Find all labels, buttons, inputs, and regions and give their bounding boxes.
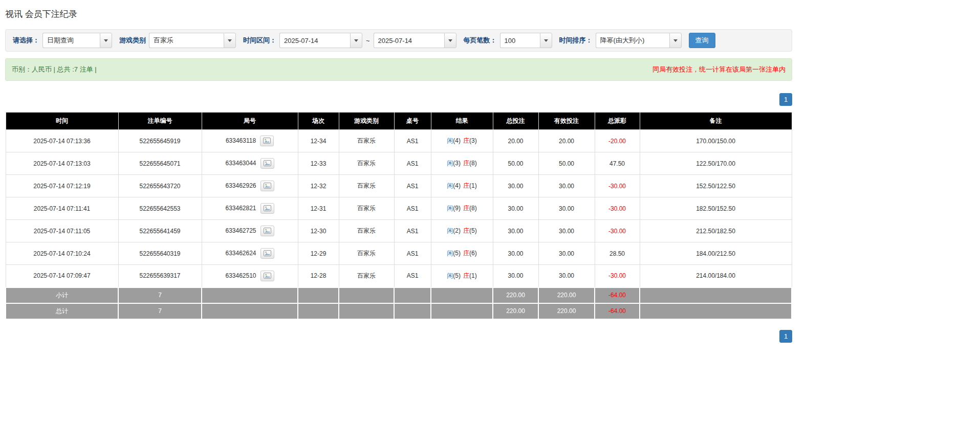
- picture-icon: [264, 160, 271, 166]
- date-type-select[interactable]: [42, 33, 112, 48]
- sort-select[interactable]: [596, 33, 682, 48]
- date-to-value[interactable]: [374, 33, 444, 48]
- round-detail-button[interactable]: [260, 203, 274, 214]
- cell-bet-no: 522655639317: [118, 265, 202, 287]
- result-banker-value: (1): [469, 272, 477, 279]
- round-detail-button[interactable]: [260, 136, 274, 146]
- picture-icon: [264, 183, 271, 189]
- caret-icon: [544, 39, 548, 42]
- cell-remark: 212.50/182.50: [640, 220, 792, 242]
- filter-bar: 请选择： 游戏类别 时间区间： ~ 每页笔数： 时间排序：: [5, 29, 792, 52]
- page-1-button[interactable]: 1: [779, 330, 792, 343]
- date-to-picker[interactable]: [374, 33, 456, 48]
- subtotal-count: 7: [118, 287, 202, 303]
- cell-time: 2025-07-14 07:13:36: [6, 130, 118, 152]
- page-size-label: 每页笔数：: [464, 36, 497, 45]
- game-type-select[interactable]: [149, 33, 236, 48]
- cell-total-bet[interactable]: 30.00: [493, 242, 538, 265]
- round-no-text: 633462926: [225, 182, 256, 189]
- chevron-down-icon[interactable]: [100, 33, 112, 48]
- page-1-button[interactable]: 1: [779, 93, 792, 106]
- bet-records-table: 时间 注单编号 局号 场次 游戏类别 桌号 结果 总投注 有效投注 总派彩 备注…: [5, 112, 792, 320]
- header-result: 结果: [431, 113, 493, 130]
- result-player-label: 闲: [447, 205, 453, 212]
- cell-bet-no: 522655645919: [118, 130, 202, 152]
- cell-total-bet[interactable]: 30.00: [493, 175, 538, 197]
- header-remark: 备注: [640, 113, 792, 130]
- header-bet-no: 注单编号: [118, 113, 202, 130]
- chevron-down-icon[interactable]: [540, 33, 552, 48]
- round-detail-button[interactable]: [260, 271, 274, 281]
- cell-bet-no: 522655640319: [118, 242, 202, 265]
- cell-session: 12-34: [298, 130, 339, 152]
- cell-result: 闲(4)庄(3): [431, 130, 493, 152]
- empty-cell: [431, 287, 493, 303]
- cell-game-type: 百家乐: [339, 197, 394, 220]
- cell-valid-bet: 30.00: [538, 197, 595, 220]
- empty-cell: [640, 303, 792, 319]
- chevron-down-icon[interactable]: [444, 33, 456, 48]
- result-banker-label: 庄: [463, 182, 469, 189]
- range-separator: ~: [366, 37, 370, 44]
- cell-valid-bet: 50.00: [538, 152, 595, 175]
- result-player-label: 闲: [447, 227, 453, 234]
- summary-text: 币别：人民币 | 总共 :7 注单 |: [12, 65, 97, 74]
- chevron-down-icon[interactable]: [350, 33, 362, 48]
- table-row: 2025-07-14 07:13:36 522655645919 6334631…: [6, 130, 792, 152]
- sort-value[interactable]: [596, 33, 669, 48]
- round-no-text: 633462624: [225, 250, 256, 257]
- chevron-down-icon[interactable]: [224, 33, 236, 48]
- cell-time: 2025-07-14 07:11:05: [6, 220, 118, 242]
- cell-table-no: AS1: [394, 220, 431, 242]
- header-total-bet: 总投注: [493, 113, 538, 130]
- cell-payout: -30.00: [595, 197, 640, 220]
- cell-total-bet[interactable]: 50.00: [493, 152, 538, 175]
- empty-cell: [298, 287, 339, 303]
- total-valid-bet: 220.00: [538, 303, 595, 319]
- cell-total-bet[interactable]: 30.00: [493, 197, 538, 220]
- result-player-label: 闲: [447, 182, 453, 189]
- result-player-value: (5): [453, 272, 461, 279]
- round-detail-button[interactable]: [260, 248, 274, 259]
- date-type-value[interactable]: [42, 33, 100, 48]
- search-button[interactable]: 查询: [689, 33, 715, 48]
- round-no-text: 633462725: [225, 227, 256, 234]
- round-detail-button[interactable]: [260, 181, 274, 191]
- cell-total-bet[interactable]: 30.00: [493, 265, 538, 287]
- empty-cell: [640, 287, 792, 303]
- empty-cell: [202, 287, 298, 303]
- cell-payout: -30.00: [595, 220, 640, 242]
- pagination-bottom: 1: [5, 330, 792, 343]
- chevron-down-icon[interactable]: [669, 33, 682, 48]
- date-from-picker[interactable]: [279, 33, 362, 48]
- cell-total-bet[interactable]: 30.00: [493, 220, 538, 242]
- picture-icon: [264, 273, 271, 279]
- table-row: 2025-07-14 07:11:05 522655641459 6334627…: [6, 220, 792, 242]
- result-player-value: (2): [453, 227, 461, 234]
- subtotal-valid-bet: 220.00: [538, 287, 595, 303]
- result-banker-value: (3): [469, 137, 477, 144]
- cell-valid-bet: 30.00: [538, 220, 595, 242]
- picture-icon: [263, 138, 271, 144]
- total-label: 总计: [6, 303, 118, 319]
- round-detail-button[interactable]: [260, 158, 274, 169]
- cell-table-no: AS1: [394, 242, 431, 265]
- date-from-value[interactable]: [279, 33, 350, 48]
- result-banker-value: (6): [469, 250, 477, 257]
- cell-bet-no: 522655642553: [118, 197, 202, 220]
- cell-total-bet[interactable]: 20.00: [493, 130, 538, 152]
- result-player-label: 闲: [447, 250, 453, 257]
- cell-table-no: AS1: [394, 152, 431, 175]
- game-type-value[interactable]: [149, 33, 224, 48]
- table-row: 2025-07-14 07:09:47 522655639317 6334625…: [6, 265, 792, 287]
- cell-result: 闲(9)庄(8): [431, 197, 493, 220]
- page-size-value[interactable]: [500, 33, 540, 48]
- cell-result: 闲(5)庄(6): [431, 242, 493, 265]
- result-player-label: 闲: [447, 272, 453, 279]
- round-detail-button[interactable]: [260, 226, 274, 236]
- cell-time: 2025-07-14 07:11:41: [6, 197, 118, 220]
- picture-icon: [264, 205, 271, 211]
- result-banker-label: 庄: [463, 160, 469, 167]
- time-range-label: 时间区间：: [243, 36, 276, 45]
- page-size-select[interactable]: [500, 33, 552, 48]
